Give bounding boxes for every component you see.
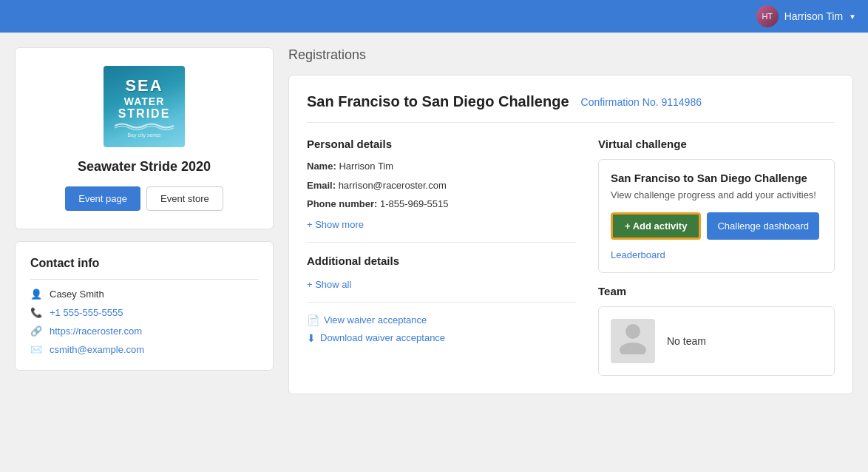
name-row: Name: Harrison Tim (307, 159, 576, 174)
email-label: Email: (307, 180, 336, 191)
left-section: Personal details Name: Harrison Tim Emai… (307, 138, 576, 376)
waiver-links: 📄 View waiver acceptance ⬇ Download waiv… (307, 314, 576, 344)
person-icon: 👤 (30, 289, 42, 300)
page-title: Registrations (288, 47, 853, 63)
dropdown-arrow-icon: ▼ (849, 13, 856, 21)
view-waiver-link[interactable]: 📄 View waiver acceptance (307, 314, 576, 326)
challenge-buttons: + Add activity Challenge dashboard (611, 212, 822, 240)
no-team-label: No team (667, 335, 706, 347)
email-icon: ✉️ (30, 344, 42, 355)
contact-card: Contact info 👤 Casey Smith 📞 +1 555-555-… (15, 241, 274, 371)
main-content: Registrations San Franciso to San Diego … (288, 47, 853, 394)
contact-email-link[interactable]: csmith@example.com (50, 344, 144, 355)
personal-details-title: Personal details (307, 138, 576, 150)
contact-phone-link[interactable]: +1 555-555-5555 (50, 307, 123, 318)
download-icon: ⬇ (307, 332, 316, 344)
show-all-label: + Show all (307, 279, 351, 290)
contact-phone-item: 📞 +1 555-555-5555 (30, 307, 258, 318)
logo-stride-text: STRIDE (118, 107, 171, 121)
user-menu[interactable]: HT Harrison Tim ▼ (756, 5, 856, 27)
phone-row: Phone number: 1-855-969-5515 (307, 197, 576, 212)
svg-point-1 (620, 343, 646, 354)
main-layout: SEA WATER STRIDE Bay city series Seawate… (0, 33, 868, 409)
registration-body: Personal details Name: Harrison Tim Emai… (307, 138, 835, 376)
download-waiver-link[interactable]: ⬇ Download waiver acceptance (307, 332, 576, 344)
show-more-label: + Show more (307, 219, 364, 230)
logo-tagline: Bay city series (127, 132, 160, 138)
contact-email-item: ✉️ csmith@example.com (30, 344, 258, 355)
waiver-divider (307, 302, 576, 303)
leaderboard-link[interactable]: Leaderboard (611, 249, 665, 260)
team-avatar (611, 319, 655, 363)
wave-icon (115, 121, 174, 131)
registration-card: San Franciso to San Diego Challenge Conf… (288, 75, 853, 394)
add-activity-button[interactable]: + Add activity (611, 212, 701, 240)
name-label: Name: (307, 161, 336, 172)
show-more-link[interactable]: + Show more (307, 219, 364, 230)
registration-event-name: San Franciso to San Diego Challenge (307, 93, 569, 110)
challenge-desc: View challenge progress and add your act… (611, 189, 822, 202)
right-section: Virtual challenge San Franciso to San Di… (598, 138, 835, 376)
team-title: Team (598, 285, 835, 297)
challenge-dashboard-button[interactable]: Challenge dashboard (707, 212, 819, 240)
event-logo: SEA WATER STRIDE Bay city series (104, 66, 185, 147)
contact-title: Contact info (30, 257, 258, 280)
username-label: Harrison Tim (784, 10, 843, 22)
contact-website-item: 🔗 https://raceroster.com (30, 326, 258, 337)
contact-name-item: 👤 Casey Smith (30, 289, 258, 300)
event-card: SEA WATER STRIDE Bay city series Seawate… (15, 47, 274, 229)
top-navigation: HT Harrison Tim ▼ (0, 0, 868, 33)
logo-sea-text: SEA (125, 76, 163, 95)
view-waiver-label: View waiver acceptance (324, 314, 427, 326)
phone-label: Phone number: (307, 198, 377, 209)
external-link-icon: 🔗 (30, 326, 42, 337)
contact-name: Casey Smith (50, 289, 104, 300)
show-all-link[interactable]: + Show all (307, 279, 351, 290)
virtual-challenge-title: Virtual challenge (598, 138, 835, 150)
email-row: Email: harrison@raceroster.com (307, 178, 576, 193)
registration-header: San Franciso to San Diego Challenge Conf… (307, 93, 835, 123)
challenge-box: San Franciso to San Diego Challenge View… (598, 159, 835, 273)
team-box: No team (598, 306, 835, 376)
challenge-name: San Franciso to San Diego Challenge (611, 172, 822, 184)
name-value: Harrison Tim (339, 161, 393, 172)
logo-water-text: WATER (124, 95, 165, 107)
section-divider (307, 242, 576, 243)
event-buttons: Event page Event store (65, 186, 223, 211)
svg-point-0 (625, 324, 640, 339)
event-name: Seawater Stride 2020 (78, 159, 211, 175)
contact-website-link[interactable]: https://raceroster.com (50, 326, 142, 337)
contact-list: 👤 Casey Smith 📞 +1 555-555-5555 🔗 https:… (30, 289, 258, 355)
event-store-button[interactable]: Event store (146, 186, 223, 211)
sidebar: SEA WATER STRIDE Bay city series Seawate… (15, 47, 274, 371)
phone-icon: 📞 (30, 307, 42, 318)
phone-value: 1-855-969-5515 (380, 198, 449, 209)
avatar: HT (756, 5, 779, 27)
no-team-person-icon (618, 322, 648, 360)
additional-details-title: Additional details (307, 254, 576, 267)
download-waiver-label: Download waiver acceptance (320, 332, 445, 343)
confirmation-link[interactable]: Confirmation No. 9114986 (581, 96, 702, 108)
email-value: harrison@raceroster.com (339, 180, 447, 191)
event-page-button[interactable]: Event page (65, 186, 140, 211)
document-icon: 📄 (307, 314, 319, 326)
